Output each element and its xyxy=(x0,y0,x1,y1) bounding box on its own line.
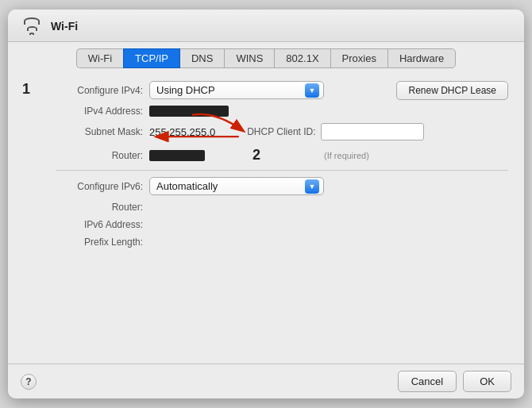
prefix-length-label: Prefix Length: xyxy=(56,237,143,248)
prefix-length-row: Prefix Length: xyxy=(56,237,508,248)
ipv6-router-row: Router: xyxy=(56,202,508,213)
ipv4-address-redacted xyxy=(149,106,229,117)
footer-buttons: Cancel OK xyxy=(398,371,511,392)
right-panel: Renew DHCP Lease xyxy=(396,81,508,100)
configure-ipv6-row: Configure IPv6: Automatically xyxy=(56,177,508,195)
tab-wins[interactable]: WINS xyxy=(224,48,274,68)
renew-dhcp-button[interactable]: Renew DHCP Lease xyxy=(396,81,508,100)
tab-8021x[interactable]: 802.1X xyxy=(274,48,330,68)
subnet-mask-value: 255.255.255.0 xyxy=(149,126,215,138)
system-preferences-window: Wi-Fi Wi-Fi TCP/IP DNS WINS 802.1X Proxi… xyxy=(8,10,524,398)
ok-button[interactable]: OK xyxy=(463,371,511,392)
cancel-button[interactable]: Cancel xyxy=(398,371,457,392)
router-value-redacted xyxy=(149,150,205,161)
if-required-label: (If required) xyxy=(324,151,369,160)
section-divider xyxy=(56,170,508,171)
ipv4-address-row: IPv4 Address: xyxy=(56,106,508,117)
configure-ipv6-label: Configure IPv6: xyxy=(56,181,143,192)
ipv6-router-label: Router: xyxy=(56,202,143,213)
tab-wifi[interactable]: Wi-Fi xyxy=(76,48,123,68)
router-row: Router: 2 (If required) xyxy=(56,147,508,164)
section-2-number: 2 xyxy=(253,147,260,164)
tab-hardware[interactable]: Hardware xyxy=(387,48,456,68)
footer-left: ? xyxy=(21,374,37,390)
title-bar: Wi-Fi xyxy=(8,10,524,42)
ipv6-section: Configure IPv6: Automatically Router: IP… xyxy=(56,177,508,248)
footer: ? Cancel OK xyxy=(8,364,524,398)
ipv6-address-row: IPv6 Address: xyxy=(56,219,508,230)
help-button[interactable]: ? xyxy=(21,374,37,390)
tab-proxies[interactable]: Proxies xyxy=(330,48,387,68)
configure-ipv4-select[interactable]: Using DHCP xyxy=(149,81,324,99)
window-title: Wi-Fi xyxy=(51,20,78,33)
tab-dns[interactable]: DNS xyxy=(180,48,224,68)
tab-tcpip[interactable]: TCP/IP xyxy=(123,48,180,68)
section-1-number: 1 xyxy=(22,81,30,98)
dhcp-client-id-input[interactable] xyxy=(321,123,424,140)
subnet-mask-label: Subnet Mask: xyxy=(56,126,143,137)
configure-ipv6-select[interactable]: Automatically xyxy=(149,177,324,195)
subnet-mask-row: Subnet Mask: 255.255.255.0 DHCP Client I… xyxy=(56,123,508,140)
content-area: 1 Configure IPv4: Using DHCP IPv4 Addres… xyxy=(8,68,524,364)
dhcp-client-id-label: DHCP Client ID: xyxy=(247,126,315,137)
configure-ipv4-label: Configure IPv4: xyxy=(56,85,143,96)
tab-bar: Wi-Fi TCP/IP DNS WINS 802.1X Proxies Har… xyxy=(8,42,524,68)
ipv4-address-label: IPv4 Address: xyxy=(56,106,143,117)
ipv6-address-label: IPv6 Address: xyxy=(56,219,143,230)
configure-ipv4-select-wrapper[interactable]: Using DHCP xyxy=(149,81,324,99)
router-label: Router: xyxy=(56,150,143,161)
wifi-icon xyxy=(21,17,43,35)
configure-ipv6-select-wrapper[interactable]: Automatically xyxy=(149,177,324,195)
